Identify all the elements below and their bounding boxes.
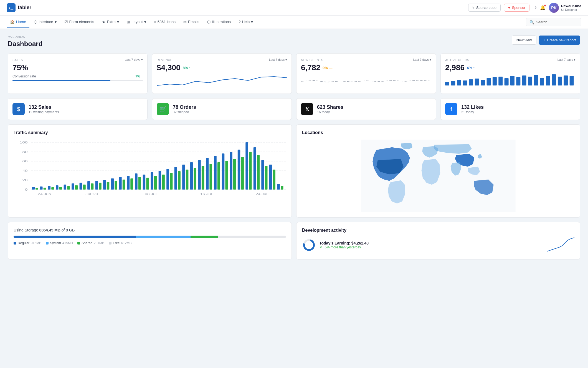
nav-item-layout[interactable]: ⊞ Layout ▾	[123, 16, 149, 28]
illustrations-icon: ⬡	[207, 20, 211, 24]
traffic-summary-card: Traffic summary 100 80 60 40 20 0	[8, 124, 292, 218]
logo-text: tabler	[18, 5, 31, 11]
svg-text:60: 60	[22, 160, 27, 163]
svg-rect-19	[558, 77, 562, 85]
facebook-icon: f	[445, 103, 457, 115]
logo[interactable]: ›_ tabler	[7, 3, 31, 12]
nav-item-emails[interactable]: ✉ Emails	[180, 16, 203, 28]
svg-rect-17	[546, 76, 550, 85]
svg-rect-66	[159, 171, 161, 190]
svg-rect-43	[67, 186, 70, 190]
donut-chart	[302, 238, 316, 252]
svg-rect-90	[254, 147, 256, 190]
user-details: Paweł Kuna UI Designer	[561, 4, 581, 11]
page-title: Dashboard	[8, 40, 42, 48]
dark-mode-icon[interactable]: ☽	[533, 5, 537, 10]
svg-rect-50	[95, 181, 98, 190]
sponsor-button[interactable]: ♥ Sponsor	[504, 4, 529, 12]
svg-rect-83	[225, 161, 228, 190]
new-view-button[interactable]: New view	[512, 36, 537, 45]
svg-rect-74	[190, 162, 193, 190]
svg-rect-52	[103, 180, 106, 190]
user-menu[interactable]: PK Paweł Kuna UI Designer	[549, 3, 581, 13]
svg-text:100: 100	[20, 141, 28, 144]
stat-period-sales[interactable]: Last 7 days ▾	[125, 58, 143, 62]
svg-rect-36	[40, 186, 43, 190]
svg-rect-86	[238, 150, 240, 190]
stat-value-clients: 6,782 0% —	[301, 63, 431, 72]
likes-main: 132 Likes	[461, 104, 484, 110]
nav-item-form-elements[interactable]: ☑ Form elements	[61, 16, 98, 28]
search-box[interactable]: 🔍	[526, 18, 581, 26]
svg-rect-71	[178, 171, 181, 190]
nav-item-help[interactable]: ? Help ▾	[235, 16, 256, 28]
svg-rect-63	[146, 178, 149, 190]
user-role: UI Designer	[561, 8, 581, 11]
svg-rect-56	[119, 177, 122, 190]
shares-sub: 16 today	[317, 110, 343, 114]
nav-item-interface[interactable]: ⬡ Interface ▾	[31, 16, 60, 28]
shares-main: 623 Shares	[317, 104, 343, 110]
svg-rect-57	[123, 180, 125, 190]
svg-text:08 Jul: 08 Jul	[145, 193, 156, 196]
svg-rect-80	[214, 156, 217, 190]
svg-rect-60	[135, 173, 138, 190]
conversion-label: Conversion rate	[12, 74, 36, 78]
legend-dot-system	[46, 242, 49, 245]
create-report-button[interactable]: + Create new report	[539, 36, 580, 45]
form-icon: ☑	[64, 20, 68, 24]
storage-seg-free	[218, 236, 286, 238]
page-title-group: OVERVIEW Dashboard	[8, 36, 42, 48]
stat-label-users: ACTIVE USERS	[445, 58, 469, 62]
progress-bar	[12, 80, 143, 81]
svg-rect-38	[48, 186, 51, 190]
storage-bar	[14, 236, 286, 238]
nav-item-extra[interactable]: ★ Extra ▾	[99, 16, 123, 28]
avatar: PK	[549, 3, 559, 13]
stat-period-users[interactable]: Last 7 days ▾	[557, 58, 576, 62]
stat-label-revenue: REVENUE	[157, 58, 173, 62]
svg-rect-67	[162, 175, 165, 190]
svg-rect-96	[277, 184, 280, 190]
svg-rect-34	[32, 187, 35, 190]
svg-rect-7	[487, 78, 491, 85]
svg-rect-81	[217, 162, 220, 190]
users-bars	[445, 74, 576, 85]
nav-item-illustrations[interactable]: ⬡ Illustrations	[204, 16, 234, 28]
legend-dot-shared	[77, 242, 80, 245]
svg-rect-13	[522, 75, 526, 85]
source-code-button[interactable]: ⑂ Source code	[468, 4, 501, 12]
svg-rect-12	[516, 77, 520, 85]
conversion-row: Conversion rate 7% ↑	[12, 74, 143, 78]
locations-card: Locations	[296, 124, 580, 218]
stat-period-clients[interactable]: Last 7 days ▾	[413, 58, 431, 62]
svg-rect-1	[451, 81, 455, 85]
charts-row: Traffic summary 100 80 60 40 20 0	[8, 124, 580, 218]
orders-icon: 🛒	[157, 103, 169, 115]
dev-earning-sub: ↗ +5% more than yesterday	[319, 245, 369, 249]
search-input[interactable]	[536, 20, 578, 24]
svg-rect-68	[166, 169, 169, 190]
traffic-chart-svg: 100 80 60 40 20 0	[14, 140, 286, 201]
svg-rect-16	[540, 78, 544, 85]
dev-earning-details: Today's Earning: $4,262.40 ↗ +5% more th…	[319, 241, 369, 249]
svg-rect-47	[83, 185, 86, 190]
notification-bell-icon[interactable]: 🔔	[540, 5, 546, 10]
svg-rect-49	[91, 183, 94, 190]
plus-icon: +	[543, 38, 545, 42]
stat-period-revenue[interactable]: Last 7 days ▾	[269, 58, 287, 62]
storage-legend: Regular 915MB System 415MB Shared 201MB …	[14, 241, 286, 245]
svg-rect-10	[505, 78, 509, 85]
svg-rect-42	[64, 185, 67, 190]
info-card-sales: $ 132 Sales 12 waiting payments	[8, 98, 148, 120]
stat-label-sales: SALES	[12, 58, 23, 62]
nav-item-icons[interactable]: ○ 5361 icons	[151, 16, 179, 28]
sales-info: 132 Sales 12 waiting payments	[29, 104, 59, 114]
svg-text:20: 20	[22, 178, 27, 182]
svg-rect-15	[534, 75, 538, 85]
bottom-cards: Using Storage 6854.45 MB of 8 GB Regular…	[8, 222, 580, 259]
home-icon: 🏠	[10, 20, 15, 24]
nav-item-home[interactable]: 🏠 Home	[7, 16, 29, 28]
locations-title: Locations	[302, 130, 574, 135]
stat-label-clients: NEW CLIENTS	[301, 58, 323, 62]
